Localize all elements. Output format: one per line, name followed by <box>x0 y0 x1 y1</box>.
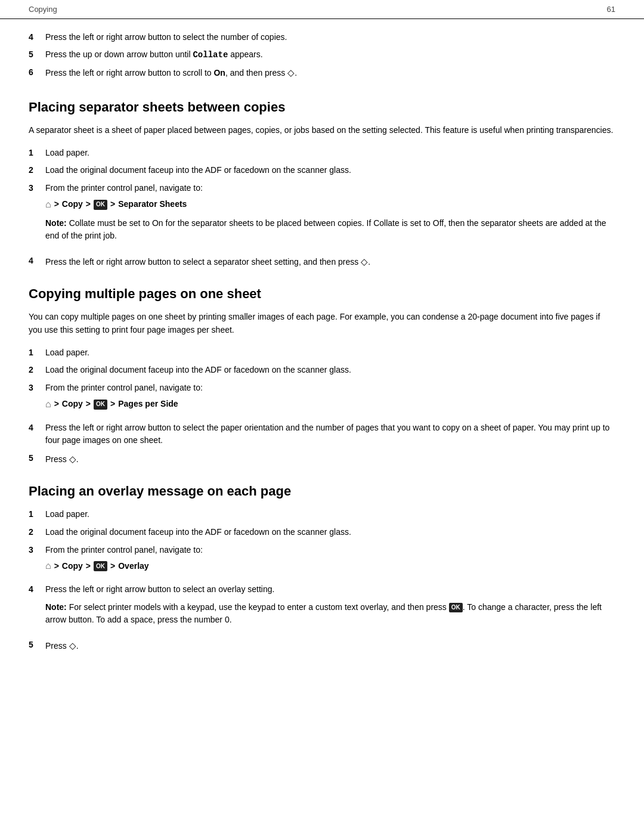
overlay-step-text-1: Load paper. <box>45 508 615 521</box>
overlay-step-content-4: Press the left or right arrow button to … <box>45 583 615 634</box>
overlay-step-num-4: 4 <box>29 583 45 634</box>
overlay-step-text-5: Press ◇. <box>45 639 615 653</box>
sep-step-content-3: From the printer control panel, navigate… <box>45 182 615 250</box>
section-desc-separator: A separator sheet is a sheet of paper pl… <box>29 124 615 137</box>
mult-step-text-1: Load paper. <box>45 346 615 360</box>
top-step-6: 6 Press the left or right arrow button t… <box>29 66 615 80</box>
top-step-5: 5 Press the up or down arrow button unti… <box>29 48 615 61</box>
mult-step-num-2: 2 <box>29 364 45 377</box>
nav-ok-badge-sep: OK <box>94 200 107 210</box>
step-num-4: 4 <box>29 31 45 44</box>
step-text-6: Press the left or right arrow button to … <box>45 66 615 80</box>
note-label-overlay: Note: <box>45 602 67 612</box>
nav-path-overlay: ⌂ > Copy > OK > Overlay <box>45 559 615 574</box>
mult-step-2: 2 Load the original document faceup into… <box>29 364 615 377</box>
mult-step-num-3: 3 <box>29 382 45 416</box>
sep-step-1: 1 Load paper. <box>29 147 615 160</box>
overlay-step-3: 3 From the printer control panel, naviga… <box>29 544 615 578</box>
nav-sep-2: > <box>86 198 91 211</box>
step-text-4: Press the left or right arrow button to … <box>45 31 615 44</box>
nav-path-separator: ⌂ > Copy > OK > Separator Sheets <box>45 197 615 212</box>
overlay-step-1: 1 Load paper. <box>29 508 615 521</box>
top-step-4: 4 Press the left or right arrow button t… <box>29 31 615 44</box>
mult-step-text-4: Press the left or right arrow button to … <box>45 422 615 447</box>
step-num-5: 5 <box>29 48 45 61</box>
start-icon-step6: ◇ <box>287 66 295 80</box>
section-heading-separator: Placing separator sheets between copies <box>29 99 615 116</box>
top-steps-list: 4 Press the left or right arrow button t… <box>29 31 615 80</box>
page-container: Copying 61 4 Press the left or right arr… <box>0 0 644 833</box>
section-heading-multiple: Copying multiple pages on one sheet <box>29 286 615 303</box>
header-page-number: 61 <box>607 5 615 14</box>
sep-step-text-2: Load the original document faceup into t… <box>45 164 615 177</box>
separator-steps-list: 1 Load paper. 2 Load the original docume… <box>29 147 615 269</box>
nav-copy-overlay: Copy <box>62 560 83 573</box>
home-icon-mult: ⌂ <box>45 397 51 412</box>
home-icon-overlay: ⌂ <box>45 559 51 574</box>
start-icon-sep4: ◇ <box>361 255 368 268</box>
header-title: Copying <box>29 5 57 14</box>
sep-step-num-4: 4 <box>29 255 45 269</box>
start-icon-overlay5: ◇ <box>69 639 76 652</box>
step-num-6: 6 <box>29 66 45 80</box>
start-icon-mult5: ◇ <box>69 452 76 466</box>
section-separator-sheets: Placing separator sheets between copies … <box>29 99 615 269</box>
section-desc-multiple: You can copy multiple pages on one sheet… <box>29 311 615 336</box>
sep-step-2: 2 Load the original document faceup into… <box>29 164 615 177</box>
section-multiple-pages: Copying multiple pages on one sheet You … <box>29 286 615 466</box>
mult-step-num-1: 1 <box>29 346 45 360</box>
mult-step-num-5: 5 <box>29 452 45 466</box>
nav-sep-overlay-3: > <box>110 560 115 573</box>
mult-step-4: 4 Press the left or right arrow button t… <box>29 422 615 447</box>
overlay-step-2: 2 Load the original document faceup into… <box>29 526 615 539</box>
mult-step-content-3: From the printer control panel, navigate… <box>45 382 615 416</box>
nav-sep-mult-1: > <box>54 398 59 411</box>
sep-step-4: 4 Press the left or right arrow button t… <box>29 255 615 269</box>
nav-path-multiple: ⌂ > Copy > OK > Pages per Side <box>45 397 615 412</box>
nav-overlay-label: Overlay <box>118 560 148 573</box>
nav-copy-sep: Copy <box>62 198 83 211</box>
overlay-steps-list: 1 Load paper. 2 Load the original docume… <box>29 508 615 653</box>
mult-step-num-4: 4 <box>29 422 45 447</box>
sep-step-num-1: 1 <box>29 147 45 160</box>
mult-step-3: 3 From the printer control panel, naviga… <box>29 382 615 416</box>
overlay-step-4: 4 Press the left or right arrow button t… <box>29 583 615 634</box>
overlay-step-text-2: Load the original document faceup into t… <box>45 526 615 539</box>
overlay-step-content-3: From the printer control panel, navigate… <box>45 544 615 578</box>
sep-step-num-2: 2 <box>29 164 45 177</box>
overlay-step-num-5: 5 <box>29 639 45 653</box>
overlay-step-num-3: 3 <box>29 544 45 578</box>
mult-step-5: 5 Press ◇. <box>29 452 615 466</box>
overlay-step-num-2: 2 <box>29 526 45 539</box>
mult-step-1: 1 Load paper. <box>29 346 615 360</box>
step-text-5: Press the up or down arrow button until … <box>45 48 615 61</box>
mult-step-text-5: Press ◇. <box>45 452 615 466</box>
note-overlay: Note: For select printer models with a k… <box>45 601 615 627</box>
page-header: Copying 61 <box>0 0 644 19</box>
main-content: 4 Press the left or right arrow button t… <box>0 31 644 653</box>
inline-ok-badge-overlay: OK <box>449 603 463 612</box>
nav-sep-overlay-1: > <box>54 560 59 573</box>
section-overlay: Placing an overlay message on each page … <box>29 483 615 653</box>
sep-step-text-4: Press the left or right arrow button to … <box>45 255 615 269</box>
nav-sep-3: > <box>110 198 115 211</box>
nav-copy-mult: Copy <box>62 398 83 411</box>
sep-step-text-1: Load paper. <box>45 147 615 160</box>
home-icon-sep: ⌂ <box>45 197 51 212</box>
nav-ok-badge-mult: OK <box>94 400 107 410</box>
overlay-step-num-1: 1 <box>29 508 45 521</box>
nav-ok-badge-overlay: OK <box>94 561 107 571</box>
note-label-sep: Note: <box>45 218 67 228</box>
mult-step-text-2: Load the original document faceup into t… <box>45 364 615 377</box>
sep-step-num-3: 3 <box>29 182 45 250</box>
overlay-step-5: 5 Press ◇. <box>29 639 615 653</box>
sep-step-3: 3 From the printer control panel, naviga… <box>29 182 615 250</box>
nav-sep-mult-3: > <box>110 398 115 411</box>
note-separator: Note: Collate must be set to On for the … <box>45 217 615 243</box>
nav-pages-per-side-label: Pages per Side <box>118 398 178 411</box>
nav-sep-1: > <box>54 198 59 211</box>
section-heading-overlay: Placing an overlay message on each page <box>29 483 615 500</box>
nav-sep-overlay-2: > <box>86 560 91 573</box>
multiple-steps-list: 1 Load paper. 2 Load the original docume… <box>29 346 615 466</box>
nav-sep-mult-2: > <box>86 398 91 411</box>
